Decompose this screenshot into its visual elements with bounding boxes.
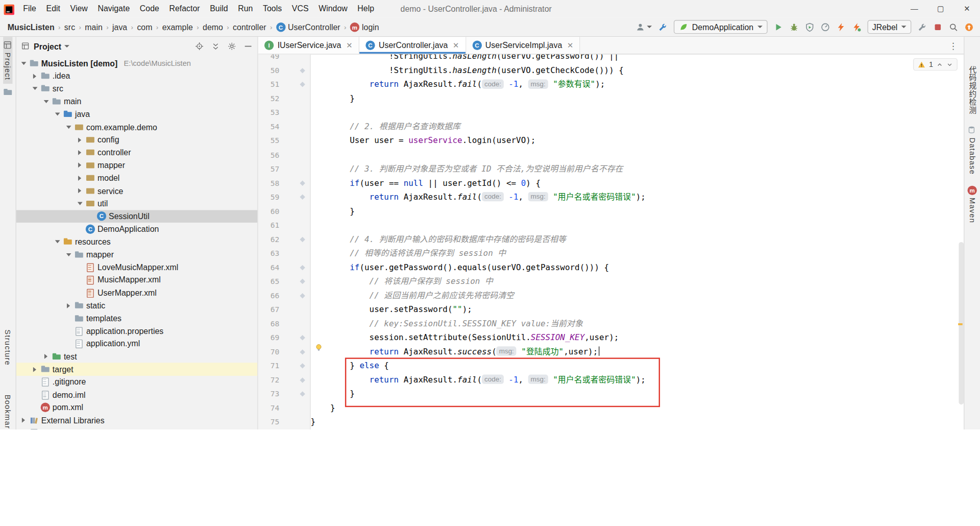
menu-file[interactable]: File xyxy=(18,0,41,17)
code-line-50[interactable]: !StringUtils.hasLength(userVO.getCheckCo… xyxy=(311,63,964,78)
gutter-marker-icon[interactable] xyxy=(300,180,305,185)
close-button[interactable]: ✕ xyxy=(954,0,980,17)
tree-chevron-icon[interactable] xyxy=(76,162,83,169)
intention-bulb-icon[interactable] xyxy=(314,343,323,354)
close-tab-icon[interactable]: ✕ xyxy=(453,41,459,50)
jrebel-debug-button[interactable] xyxy=(851,22,861,31)
tree-chevron-icon[interactable] xyxy=(20,417,27,423)
tree-item-java[interactable]: java xyxy=(16,108,258,121)
code-line-69[interactable]: session.setAttribute(SessionUtil.SESSION… xyxy=(311,331,964,345)
stop-button[interactable] xyxy=(933,22,942,31)
tree-item-external-libraries[interactable]: External Libraries xyxy=(16,414,258,427)
menu-code[interactable]: Code xyxy=(135,0,164,17)
tree-item-resources[interactable]: resources xyxy=(16,235,258,248)
tree-chevron-icon[interactable] xyxy=(54,238,60,245)
editor-tab-usercontroller.java[interactable]: CUserController.java✕ xyxy=(359,37,466,54)
gutter-marker-icon[interactable] xyxy=(300,377,305,382)
menu-navigate[interactable]: Navigate xyxy=(93,0,135,17)
breadcrumb-item-java[interactable]: java xyxy=(111,22,129,31)
breadcrumb-item-demo[interactable]: demo xyxy=(202,22,225,31)
tree-item-service[interactable]: service xyxy=(16,184,258,197)
error-stripe-mark[interactable] xyxy=(958,323,963,325)
menu-refactor[interactable]: Refactor xyxy=(164,0,205,17)
next-issue-icon[interactable] xyxy=(946,61,953,67)
tree-item-application.yml[interactable]: application.yml xyxy=(16,338,258,350)
tree-chevron-icon[interactable] xyxy=(54,111,60,117)
menu-tools[interactable]: Tools xyxy=(258,0,287,17)
code-line-75[interactable]: } xyxy=(311,415,964,429)
code-line-64[interactable]: if(user.getPassword().equals(userVO.getP… xyxy=(311,260,964,275)
tree-item-demoapplication[interactable]: CDemoApplication xyxy=(16,223,258,235)
tree-chevron-icon[interactable] xyxy=(65,251,71,258)
coverage-button[interactable] xyxy=(805,22,814,31)
tree-item-target[interactable]: target xyxy=(16,363,258,376)
hide-panel-button[interactable] xyxy=(244,42,253,51)
code-line-56[interactable] xyxy=(311,148,964,162)
debug-button[interactable] xyxy=(789,22,798,31)
code-line-68[interactable]: // key:SessionUtil.SESSION_KEY value:当前对… xyxy=(311,317,964,331)
tree-chevron-icon[interactable] xyxy=(65,124,71,130)
tool-button-structure[interactable]: Structure xyxy=(4,326,12,369)
menu-help[interactable]: Help xyxy=(353,0,379,17)
code-line-60[interactable]: } xyxy=(311,204,964,219)
minimize-button[interactable]: — xyxy=(901,0,927,17)
tree-item-config[interactable]: config xyxy=(16,133,258,146)
tree-chevron-icon[interactable] xyxy=(76,200,83,207)
code-line-66[interactable]: // 返回当前用户之前应该先将密码清空 xyxy=(311,289,964,303)
gutter-marker-icon[interactable] xyxy=(300,335,305,340)
gutter-marker-icon[interactable] xyxy=(300,349,305,354)
code-line-58[interactable]: if(user == null || user.getId() <= 0) { xyxy=(311,176,964,190)
tree-item-.gitignore[interactable]: .gitignore xyxy=(16,376,258,389)
tree-chevron-icon[interactable] xyxy=(42,353,49,360)
code-line-57[interactable]: // 3. 判断用户对象是否为空或者 ID 不合法,为空说明当前用户名不存在 xyxy=(311,162,964,176)
gutter-marker-icon[interactable] xyxy=(300,195,305,200)
code-line-51[interactable]: return AjaxResult.fail(code: -1, msg: "参… xyxy=(311,78,964,92)
code-line-53[interactable] xyxy=(311,106,964,120)
tree-item-test[interactable]: test xyxy=(16,350,258,363)
tree-item-model[interactable]: model xyxy=(16,172,258,184)
code-line-52[interactable]: } xyxy=(311,91,964,106)
code-line-62[interactable]: // 4. 判断用户输入的密码和数据库中存储的密码是否相等 xyxy=(311,232,964,247)
breadcrumb-item-src[interactable]: src xyxy=(63,22,76,31)
code-line-70[interactable]: return AjaxResult.success(msg: "登陆成功",us… xyxy=(311,345,964,359)
menu-vcs[interactable]: VCS xyxy=(287,0,313,17)
jrebel-select[interactable]: JRebel xyxy=(867,20,911,34)
code-line-54[interactable]: // 2. 根据用户名查询数据库 xyxy=(311,119,964,134)
maximize-button[interactable]: ▢ xyxy=(927,0,953,17)
tree-chevron-icon[interactable] xyxy=(42,98,49,105)
menu-edit[interactable]: Edit xyxy=(41,0,65,17)
tree-item-mapper[interactable]: mapper xyxy=(16,159,258,172)
editor-tab-iuserservice.java[interactable]: IIUserService.java✕ xyxy=(258,37,359,54)
tree-chevron-icon[interactable] xyxy=(65,302,71,309)
gutter-marker-icon[interactable] xyxy=(300,68,305,73)
project-view-caret-icon[interactable] xyxy=(64,45,69,47)
inspections-widget[interactable]: 1 xyxy=(913,58,958,70)
breadcrumb-item-com[interactable]: com xyxy=(136,22,154,31)
tab-options-icon[interactable]: ⋮ xyxy=(943,37,964,54)
search-everywhere-button[interactable] xyxy=(949,22,958,31)
tool-button-database[interactable]: Database xyxy=(968,122,977,179)
tool-button-bookmarks[interactable]: Bookmarks xyxy=(4,391,12,429)
tree-item-static[interactable]: static xyxy=(16,299,258,312)
editor-body[interactable]: 4950515253545556575859606162636465666768… xyxy=(258,55,964,429)
code-line-65[interactable]: // 将该用户保存到 session 中 xyxy=(311,275,964,289)
build-disabled-button[interactable] xyxy=(918,22,927,31)
code-line-61[interactable] xyxy=(311,218,964,232)
code-line-49[interactable]: !StringUtils.hasLength(userVO.getPasswor… xyxy=(311,55,964,64)
tree-chevron-icon[interactable] xyxy=(76,175,83,181)
gutter-marker-icon[interactable] xyxy=(300,82,305,87)
gutter-marker-icon[interactable] xyxy=(300,279,305,284)
collapse-all-button[interactable] xyxy=(211,42,220,51)
tree-chevron-icon[interactable] xyxy=(31,73,38,79)
gutter-marker-icon[interactable] xyxy=(300,391,305,396)
tree-item-usermapper.xml[interactable]: UserMapper.xml xyxy=(16,286,258,299)
user-menu[interactable] xyxy=(636,22,652,31)
code-line-67[interactable]: user.setPassword(""); xyxy=(311,303,964,317)
editor-tab-userserviceimpl.java[interactable]: CUserServiceImpl.java✕ xyxy=(466,37,580,54)
jrebel-run-button[interactable] xyxy=(836,22,845,31)
tool-button-folder[interactable] xyxy=(3,84,12,101)
tree-chevron-icon[interactable] xyxy=(31,366,38,372)
profiler-button[interactable] xyxy=(820,22,829,31)
tree-item-musiclisten-demo-[interactable]: MusicListen [demo]E:\code\MusicListen xyxy=(16,57,258,69)
tool-button-codeguide[interactable]: 代码规约检测 xyxy=(967,62,977,118)
